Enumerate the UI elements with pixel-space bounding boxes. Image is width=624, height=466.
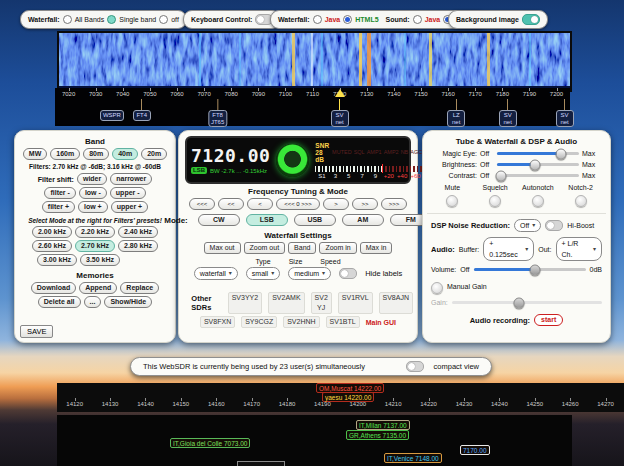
frequency-label[interactable]: IT,Milan 7137.00 [356, 420, 410, 430]
websdr-app: Waterfall: All Bands Single band off Key… [0, 0, 624, 466]
frequency-label[interactable]: GR,Athens 7135.00 [346, 430, 409, 440]
frequency-label[interactable]: 7170.00 [460, 445, 490, 455]
frequency-label[interactable]: IT,Gioia del Colle 7073.00 [170, 438, 250, 448]
frequency-labels-overlay: OM,Muscat 14222.00yaesu 14220.00IT,Milan… [0, 0, 624, 466]
frequency-label[interactable]: yaesu 14220.00 [322, 392, 374, 402]
frequency-label[interactable]: IT,Venice 7148.00 [384, 453, 442, 463]
